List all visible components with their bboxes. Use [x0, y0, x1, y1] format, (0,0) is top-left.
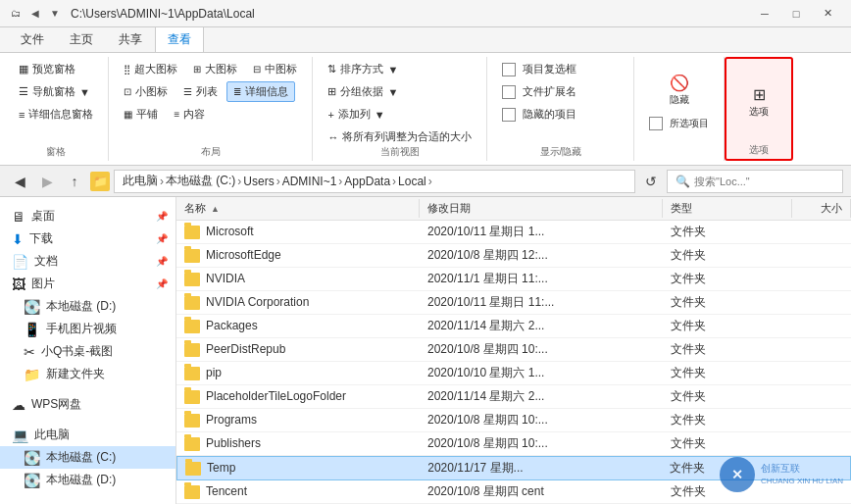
folder-icon — [184, 390, 200, 404]
file-date-cell: 2020/11/14 星期六 2... — [420, 316, 663, 336]
options-button[interactable]: ⊞ 选项 — [735, 84, 782, 122]
extra-large-icon-button[interactable]: ⣿ 超大图标 — [117, 59, 184, 79]
preview-pane-button[interactable]: ▦ 预览窗格 — [12, 59, 100, 79]
desktop-icon: 🖥 — [12, 209, 25, 225]
sidebar-item-pictures[interactable]: 🖼 图片 📌 — [0, 273, 175, 295]
tab-view[interactable]: 查看 — [155, 26, 204, 52]
sort-by-button[interactable]: ⇅ 排序方式 ▼ — [321, 59, 478, 79]
file-type-cell: 文件夹 — [663, 433, 792, 454]
fit-col-icon: ↔ — [327, 131, 338, 143]
selected-icon — [649, 117, 663, 130]
minimize-button[interactable]: ─ — [749, 0, 780, 27]
hide-button[interactable]: 🚫 隐藏 — [656, 73, 703, 110]
sidebar-item-this-pc[interactable]: 💻 此电脑 — [0, 424, 175, 446]
quick-access-back[interactable]: ◀ — [27, 6, 43, 22]
up-button[interactable]: ↑ — [63, 170, 86, 193]
sidebar-item-disk-d[interactable]: 💽 本地磁盘 (D:) — [0, 295, 175, 318]
medium-icon-button[interactable]: ⊟ 中图标 — [246, 59, 304, 79]
large-icon-button[interactable]: ⊞ 大图标 — [186, 59, 244, 79]
fit-columns-button[interactable]: ↔ 将所有列调整为合适的大小 — [321, 126, 478, 147]
detail-pane-button[interactable]: ≡ 详细信息窗格 — [12, 104, 100, 125]
breadcrumb-admin[interactable]: ADMINI~1 — [282, 175, 337, 188]
item-checkbox-icon — [502, 63, 516, 76]
search-input[interactable] — [694, 176, 834, 187]
sidebar-item-new-folder[interactable]: 📁 新建文件夹 — [0, 363, 175, 385]
file-name-cell: Packages — [176, 317, 420, 335]
table-row[interactable]: Microsoft 2020/10/11 星期日 1... 文件夹 — [176, 221, 851, 244]
table-row[interactable]: PlaceholderTileLogoFolder 2020/11/14 星期六… — [176, 385, 851, 409]
sidebar-item-xiaoq[interactable]: ✂ 小Q书桌-截图 — [0, 340, 175, 363]
col-header-date[interactable]: 修改日期 — [420, 199, 663, 218]
tab-file[interactable]: 文件 — [8, 26, 57, 52]
ribbon-group-hide: 🚫 隐藏 所选项目 — [634, 57, 725, 161]
pin-icon-1: 📌 — [156, 233, 168, 244]
breadcrumb-pc[interactable]: 此电脑 — [123, 173, 158, 189]
file-date-cell: 2020/10/11 星期日 1... — [420, 222, 663, 242]
sidebar-item-documents[interactable]: 📄 文档 📌 — [0, 250, 175, 273]
this-pc-icon: 💻 — [12, 428, 28, 443]
group-dropdown[interactable]: ▼ — [387, 86, 398, 98]
file-type-cell: 文件夹 — [663, 292, 792, 313]
sort-dropdown[interactable]: ▼ — [387, 64, 398, 76]
table-row[interactable]: MicrosoftEdge 2020/10/8 星期四 12:... 文件夹 — [176, 244, 851, 268]
file-ext-toggle[interactable]: 文件扩展名 — [495, 81, 583, 102]
sidebar-item-desktop[interactable]: 🖥 桌面 📌 — [0, 205, 175, 227]
quick-access-forward[interactable]: ▼ — [47, 6, 63, 22]
folder-icon — [184, 249, 200, 263]
col-header-size[interactable]: 大小 — [792, 199, 851, 218]
maximize-button[interactable]: □ — [780, 0, 812, 27]
breadcrumb-appdata[interactable]: AppData — [344, 175, 390, 188]
downloads-icon: ⬇ — [12, 231, 24, 247]
tile-button[interactable]: ▦ 平铺 — [117, 104, 165, 125]
sidebar-item-disk-c[interactable]: 💽 本地磁盘 (C:) — [0, 446, 175, 469]
folder-icon — [184, 273, 200, 286]
item-checkbox-toggle[interactable]: 项目复选框 — [495, 59, 583, 79]
breadcrumb-c[interactable]: 本地磁盘 (C:) — [166, 173, 235, 189]
forward-button[interactable]: ▶ — [35, 170, 59, 193]
folder-icon — [185, 462, 201, 476]
sidebar-item-downloads[interactable]: ⬇ 下载 📌 — [0, 227, 175, 250]
folder-icon — [184, 320, 200, 333]
nav-pane-button[interactable]: ☰ 导航窗格 ▼ — [12, 81, 100, 102]
content-button[interactable]: ≡ 内容 — [167, 104, 212, 125]
file-name-cell: Microsoft — [176, 223, 420, 241]
refresh-button[interactable]: ↺ — [639, 170, 663, 193]
detail-view-button[interactable]: ≣ 详细信息 — [226, 81, 295, 102]
add-col-dropdown[interactable]: ▼ — [375, 109, 385, 121]
table-row[interactable]: NVIDIA 2020/11/1 星期日 11:... 文件夹 — [176, 268, 851, 291]
selected-items-toggle[interactable]: 所选项目 — [642, 114, 716, 133]
sidebar-item-disk-d2[interactable]: 💽 本地磁盘 (D:) — [0, 469, 175, 491]
sort-arrow-name: ▲ — [211, 204, 220, 214]
table-row[interactable]: Programs 2020/10/8 星期四 10:... 文件夹 — [176, 409, 851, 432]
group-by-button[interactable]: ⊞ 分组依据 ▼ — [321, 81, 478, 102]
table-row[interactable]: Publishers 2020/10/8 星期四 10:... 文件夹 — [176, 432, 851, 456]
list-button[interactable]: ☰ 列表 — [176, 81, 225, 102]
close-button[interactable]: ✕ — [812, 0, 843, 27]
col-header-type[interactable]: 类型 — [663, 199, 792, 218]
table-row[interactable]: PeerDistRepub 2020/10/8 星期四 10:... 文件夹 — [176, 338, 851, 362]
pictures-icon: 🖼 — [12, 277, 25, 292]
search-icon: 🔍 — [676, 175, 690, 188]
title-text: C:\Users\ADMINI~1\AppData\Local — [71, 7, 749, 21]
wps-icon: ☁ — [12, 397, 25, 413]
panes-label: 窗格 — [4, 145, 108, 159]
nav-pane-dropdown[interactable]: ▼ — [79, 86, 90, 98]
tab-home[interactable]: 主页 — [57, 26, 106, 52]
sidebar-item-phone[interactable]: 📱 手机图片视频 — [0, 318, 175, 340]
search-bar[interactable]: 🔍 — [667, 170, 843, 193]
address-bar[interactable]: 此电脑 › 本地磁盘 (C:) › Users › ADMINI~1 › App… — [114, 170, 635, 193]
file-date-cell: 2020/10/8 星期四 cent — [420, 481, 663, 502]
sidebar-item-wps[interactable]: ☁ WPS网盘 — [0, 393, 175, 416]
breadcrumb-local[interactable]: Local — [398, 175, 426, 188]
table-row[interactable]: NVIDIA Corporation 2020/10/11 星期日 11:...… — [176, 291, 851, 315]
table-row[interactable]: Packages 2020/11/14 星期六 2... 文件夹 — [176, 315, 851, 338]
hidden-items-toggle[interactable]: 隐藏的项目 — [495, 104, 583, 125]
small-icon-button[interactable]: ⊡ 小图标 — [117, 81, 175, 102]
table-row[interactable]: pip 2020/10/10 星期六 1... 文件夹 — [176, 362, 851, 385]
content-icon: ≡ — [174, 109, 179, 120]
back-button[interactable]: ◀ — [8, 170, 31, 193]
col-header-name[interactable]: 名称 ▲ — [176, 199, 420, 218]
add-column-button[interactable]: + 添加列 ▼ — [321, 104, 478, 125]
tab-share[interactable]: 共享 — [106, 26, 155, 52]
breadcrumb-users[interactable]: Users — [243, 175, 274, 188]
